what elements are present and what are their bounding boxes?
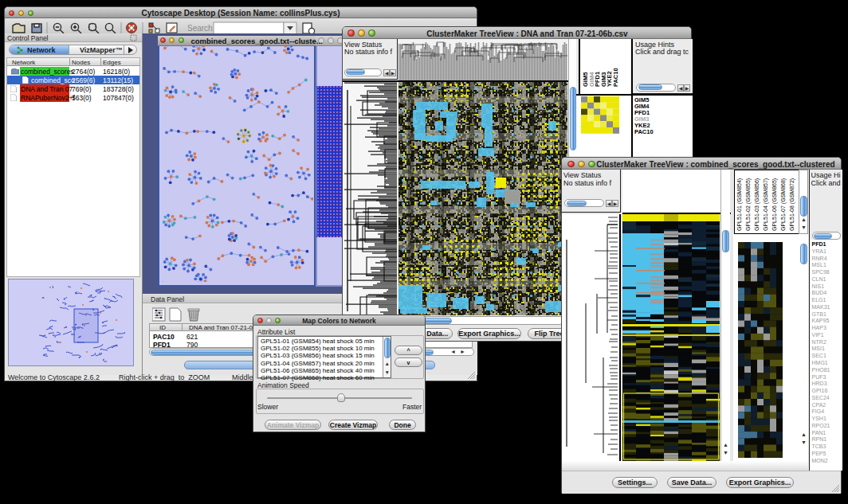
svg-text:Search:: Search: — [187, 24, 214, 33]
